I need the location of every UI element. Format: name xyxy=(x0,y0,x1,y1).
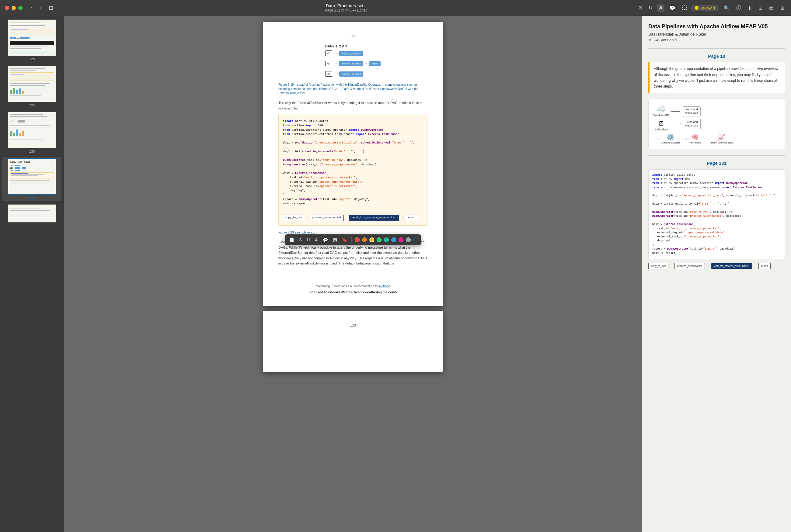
document-subtitle: Page 131 of 446 — Edited xyxy=(59,8,633,13)
nav-back-button[interactable]: ‹ xyxy=(29,4,34,12)
combine-label: Combine datasets xyxy=(661,141,680,144)
rp-flow-diagram: copy_to_raw → process_supermarket → wait… xyxy=(648,263,785,269)
fullscreen-button[interactable]: ⊞ xyxy=(778,4,786,12)
sales-data-label: Sales data xyxy=(655,128,668,131)
thumbnail-129[interactable]: 129 xyxy=(2,64,61,108)
dag-diagram-container: DAGs 1, 2 & 3 etl - - - -› wait_for_etl_… xyxy=(278,44,427,77)
maximize-button[interactable] xyxy=(18,6,22,10)
etl-box-2: etl xyxy=(325,61,332,66)
rp-arrow-2: → xyxy=(706,264,710,268)
thumbnail-132[interactable] xyxy=(2,203,61,224)
strikethrough-button[interactable]: S xyxy=(637,4,644,12)
data-sources: ☁️ Weather API 🖥 Sales data xyxy=(654,104,669,131)
rp-flow-report: report xyxy=(758,263,771,269)
code-str-7: "ingest_supermarket_data" xyxy=(318,180,361,184)
licensed-to: Licensed to Gabriel Weatherhead <weather… xyxy=(278,290,427,294)
view-button[interactable]: ⊡ xyxy=(757,4,764,12)
share-button[interactable]: ⬆ xyxy=(746,4,754,12)
rp-flow-process: process_supermarket xyxy=(675,263,705,269)
code-dag1-id: dag_id= xyxy=(302,141,314,145)
ann-strike-button[interactable]: S xyxy=(298,236,303,244)
flow-arrow-2: → xyxy=(346,215,348,221)
sidebar-toggle-button[interactable]: ⊞ xyxy=(47,3,55,13)
rp-kw-3: import xyxy=(674,178,683,181)
rp-fn-6: DummyOperator xyxy=(667,247,688,250)
combine-icon: ⚙️ xyxy=(666,133,674,141)
color-swatch-yellow[interactable] xyxy=(369,238,374,242)
rp-code-block: import airflow.utils.dates from airflow … xyxy=(648,169,785,259)
comment-button[interactable]: 💬 xyxy=(667,4,677,12)
report-box: report xyxy=(369,61,381,66)
nav-forward-button[interactable]: › xyxy=(38,4,43,12)
book-title: Data Pipelines with Apache Airflow MEAP … xyxy=(648,23,785,30)
code-kw-from1: from xyxy=(283,124,290,127)
search-button[interactable]: 🔍 xyxy=(722,4,731,12)
flow-arrow-1: → xyxy=(306,215,308,221)
rp-fn-4: DummyOperator xyxy=(652,215,674,218)
etl-box-3: etl xyxy=(325,71,332,77)
flow-diagram-1: copy_to_raw → process_supermarket → wait… xyxy=(283,211,423,221)
color-swatch-dark[interactable] xyxy=(413,238,418,242)
color-swatch-gray[interactable] xyxy=(406,238,411,242)
highlight-button[interactable]: A xyxy=(657,4,664,12)
dags123-label: DAGs 1, 2 & 3 xyxy=(325,44,381,48)
underline-button[interactable]: U xyxy=(647,4,655,12)
flow-arrow-3: → xyxy=(401,215,403,221)
ann-doc-button[interactable]: 📄 xyxy=(288,236,295,244)
fetch-row-1: › Fetch andclean data xyxy=(671,107,701,116)
close-button[interactable] xyxy=(5,6,9,10)
code-kw-import3: import xyxy=(349,128,359,132)
ann-bookmark-button[interactable]: 🔖 xyxy=(341,236,348,244)
body-text-1: The way the ExternalTaskSensor works is … xyxy=(278,100,427,111)
thumbnail-131[interactable]: DAGs 1,2&3 DAG4 etl - - etl - - xyxy=(2,157,61,201)
ann-comment-button[interactable]: 💬 xyxy=(321,236,329,244)
flow-box-wait: wait_for_process_supermarket xyxy=(349,215,399,221)
code-fn-dummy: DummyOperator xyxy=(361,128,384,132)
rp-flow-wait: wait_for_process_supermarket xyxy=(711,263,752,269)
flow-box-process: process_supermarket xyxy=(310,215,344,221)
titlebar-center: Data_Pipelines_wi... Page 131 of 446 — E… xyxy=(59,3,633,13)
code-fn-dummy2: DummyOperator xyxy=(283,158,306,162)
main-pipeline: › ⚙️ Combine datasets › 🧠 Train model xyxy=(654,133,734,144)
code-schedule: schedule_interval= xyxy=(361,141,392,145)
sidebar-right-button[interactable]: ▤ xyxy=(767,4,775,12)
code-str-8: "process_supermarket" xyxy=(319,185,356,188)
info-button[interactable]: ⓘ xyxy=(734,4,743,13)
color-swatch-teal[interactable] xyxy=(384,238,389,242)
flow-box-copy: copy_to_raw xyxy=(283,215,304,221)
train-label: Train model xyxy=(688,141,701,144)
minimize-button[interactable] xyxy=(12,6,16,10)
brain-icon: 🧠 xyxy=(691,133,699,141)
ann-highlight-button[interactable]: A xyxy=(314,236,319,244)
sales-data-source: 🖥 Sales data xyxy=(655,120,668,131)
flow-box-report: report xyxy=(405,215,418,221)
color-swatch-green[interactable] xyxy=(376,238,382,242)
page-128: 128 xyxy=(263,311,443,372)
wait-box-1: wait_for_etl_dag1 xyxy=(339,51,363,56)
pipeline-diagram-box: ☁️ Weather API 🖥 Sales data › xyxy=(648,99,785,149)
thumbnail-128[interactable]: etl - -› 128 xyxy=(2,18,61,62)
color-swatch-red[interactable] xyxy=(355,238,360,242)
train-step: 🧠 Train model xyxy=(688,133,701,144)
dag-row-3: etl - - - -› wait_for_etl_dag3 xyxy=(325,71,381,77)
rp-kw-2: from xyxy=(652,178,659,181)
thumb-label-130: 130 xyxy=(29,150,35,153)
thumb-label-129: 129 xyxy=(29,103,35,107)
code-str-6: "wait_for_process_supermarket" xyxy=(303,176,356,179)
color-swatch-pink[interactable] xyxy=(399,238,403,242)
fetch-clean-1: Fetch andclean data xyxy=(683,107,701,116)
rp-fn-1: DummyOperator xyxy=(726,182,748,185)
image-button[interactable]: 🖼 xyxy=(680,4,689,12)
code-block-1: import airflow.utils.dates from airflow … xyxy=(278,115,427,226)
color-picker[interactable]: Yellow ▾ xyxy=(692,5,719,11)
document-title: Data_Pipelines_wi... xyxy=(59,3,633,8)
figure-6-19-caption: Figure 6.19 Instead of "pushing" executi… xyxy=(278,83,427,95)
color-swatch-orange[interactable] xyxy=(362,238,367,242)
livebook-link[interactable]: liveBook xyxy=(379,285,390,288)
color-swatch-blue[interactable] xyxy=(391,238,396,242)
thumbnail-130[interactable]: ☁️ → xyxy=(2,111,61,154)
ann-underline-button[interactable]: U xyxy=(306,236,311,244)
page-131-heading: Page 131 xyxy=(648,160,785,166)
thumb-img-130: ☁️ → xyxy=(7,112,56,148)
ann-image-button[interactable]: 🖼 xyxy=(332,236,338,244)
